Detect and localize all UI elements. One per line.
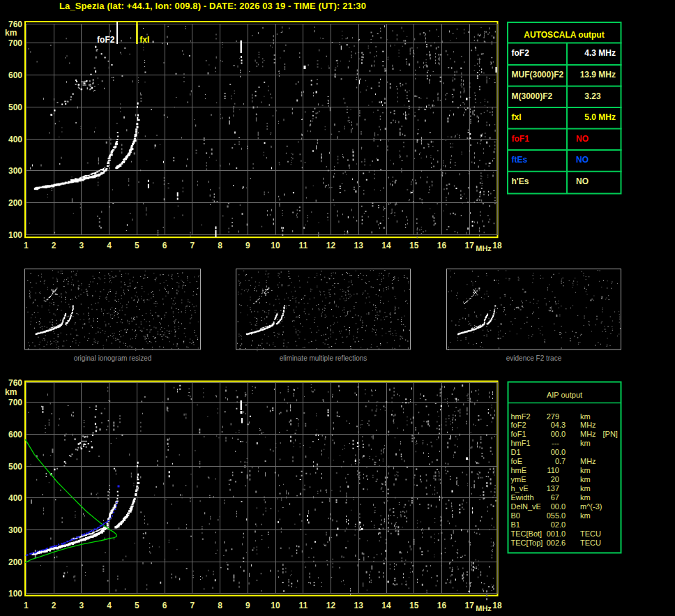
svg-text:.0: .0	[559, 529, 566, 538]
svg-text:700: 700	[8, 398, 22, 407]
svg-text:hmF2: hmF2	[511, 412, 531, 421]
svg-text:2: 2	[52, 241, 56, 250]
svg-text:m^(-3): m^(-3)	[580, 502, 602, 511]
svg-text:14: 14	[381, 601, 391, 610]
svg-text:h'Es: h'Es	[512, 176, 529, 186]
svg-text:km: km	[580, 412, 591, 421]
svg-text:00: 00	[551, 430, 559, 438]
svg-text:km: km	[5, 387, 17, 397]
svg-text:8: 8	[218, 241, 222, 250]
svg-text:14: 14	[381, 241, 391, 250]
svg-text:[PN]: [PN]	[603, 430, 618, 438]
svg-text:12: 12	[326, 241, 336, 250]
svg-text:Ewidth: Ewidth	[511, 493, 534, 502]
svg-text:17: 17	[465, 601, 475, 610]
svg-text:700: 700	[8, 38, 22, 48]
svg-text:4: 4	[107, 241, 112, 250]
svg-text:eliminate multiple reflections: eliminate multiple reflections	[280, 354, 367, 362]
svg-text:001: 001	[547, 529, 559, 538]
svg-text:04: 04	[551, 421, 559, 429]
svg-text:.0: .0	[559, 502, 566, 511]
svg-text:.3: .3	[559, 421, 566, 429]
svg-text:km: km	[580, 493, 591, 502]
svg-text:279: 279	[547, 412, 559, 421]
svg-text:6: 6	[162, 241, 167, 250]
svg-text:8: 8	[218, 601, 222, 610]
svg-text:7: 7	[190, 241, 195, 250]
svg-text:2: 2	[52, 601, 56, 610]
svg-text:.7: .7	[559, 457, 566, 465]
svg-text:.6: .6	[559, 539, 566, 547]
svg-text:TEC[Top]: TEC[Top]	[511, 539, 543, 547]
svg-text:MHz: MHz	[580, 421, 596, 429]
svg-text:16: 16	[437, 601, 447, 610]
svg-text:15: 15	[409, 241, 419, 250]
svg-text:fxI: fxI	[139, 35, 149, 45]
svg-text:10: 10	[271, 241, 280, 250]
svg-text:200: 200	[8, 557, 22, 567]
svg-text:.23: .23	[589, 91, 601, 101]
svg-text:760: 760	[8, 378, 22, 388]
svg-text:400: 400	[8, 135, 22, 144]
svg-text:055: 055	[547, 511, 559, 520]
svg-text:7: 7	[190, 601, 195, 610]
svg-text:hmE: hmE	[511, 466, 527, 474]
svg-text:NO: NO	[576, 176, 589, 186]
svg-text:13: 13	[580, 70, 590, 80]
svg-text:18: 18	[492, 241, 502, 250]
svg-text:km: km	[5, 28, 17, 38]
svg-text:evidence F2 trace: evidence F2 trace	[506, 354, 562, 362]
svg-text:100: 100	[8, 589, 22, 599]
svg-text:NO: NO	[576, 134, 589, 144]
svg-text:500: 500	[8, 103, 22, 112]
svg-text:1: 1	[24, 241, 29, 250]
svg-text:h_vE: h_vE	[511, 484, 529, 493]
svg-text:B1: B1	[511, 520, 520, 529]
svg-text:AUTOSCALA output: AUTOSCALA output	[524, 30, 604, 40]
svg-text:hmF1: hmF1	[511, 439, 531, 447]
svg-text:fxI: fxI	[512, 112, 522, 122]
svg-text:.0: .0	[559, 520, 566, 529]
svg-text:600: 600	[8, 430, 22, 440]
svg-text:.0: .0	[559, 448, 566, 456]
svg-text:18: 18	[492, 601, 502, 610]
svg-text:foF2: foF2	[511, 421, 526, 429]
svg-text:5: 5	[135, 241, 139, 250]
svg-text:foF2: foF2	[97, 35, 115, 45]
svg-text:300: 300	[8, 166, 22, 176]
svg-text:6: 6	[162, 601, 167, 610]
svg-text:200: 200	[8, 198, 22, 208]
svg-text:km: km	[580, 484, 591, 493]
svg-text:12: 12	[326, 601, 336, 610]
svg-text:foF2: foF2	[512, 48, 530, 58]
svg-text:.0 MHz: .0 MHz	[589, 112, 616, 122]
svg-text:20: 20	[551, 475, 559, 483]
svg-text:13: 13	[354, 601, 364, 610]
svg-text:TECU: TECU	[580, 529, 601, 538]
svg-text:.9 MHz: .9 MHz	[589, 70, 616, 80]
svg-text:.0: .0	[559, 511, 566, 520]
svg-text:16: 16	[437, 241, 447, 250]
svg-text:00: 00	[551, 448, 559, 456]
svg-text:km: km	[580, 439, 591, 447]
svg-text:400: 400	[8, 493, 22, 503]
svg-text:km: km	[580, 466, 591, 474]
svg-text:MUF(3000)F2: MUF(3000)F2	[512, 70, 564, 80]
svg-text:km: km	[580, 475, 591, 483]
svg-text:4: 4	[107, 601, 112, 610]
svg-text:500: 500	[8, 462, 22, 472]
svg-text:11: 11	[298, 241, 308, 250]
svg-text:foE: foE	[511, 457, 523, 465]
svg-text:137: 137	[547, 484, 559, 493]
svg-text:9: 9	[245, 241, 250, 250]
svg-text:3: 3	[79, 241, 84, 250]
svg-text:67: 67	[551, 493, 559, 502]
svg-text:17: 17	[465, 241, 475, 250]
svg-text:.3 MHz: .3 MHz	[589, 48, 616, 58]
svg-text:5: 5	[135, 601, 139, 610]
svg-text:13: 13	[354, 241, 364, 250]
svg-text:MHz: MHz	[476, 604, 492, 613]
svg-text:10: 10	[271, 601, 280, 610]
svg-text:NO: NO	[576, 155, 589, 165]
svg-text:---: ---	[552, 439, 559, 447]
